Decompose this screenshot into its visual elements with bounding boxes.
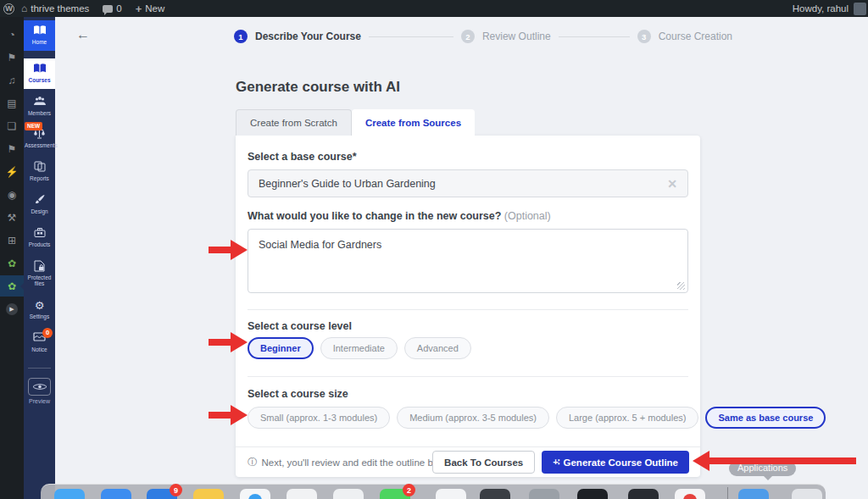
white-app-icon[interactable] [287, 489, 317, 499]
book-icon [25, 25, 54, 37]
user-avatar[interactable] [854, 3, 866, 15]
tools-icon[interactable]: ⚒ [0, 207, 24, 228]
tab-create-from-sources[interactable]: Create from Sources [352, 109, 475, 136]
terminal-app-icon[interactable] [480, 489, 510, 499]
size-option-same-as-base[interactable]: Same as base course [705, 407, 826, 429]
plus-icon: + [136, 3, 142, 15]
dashboard-icon[interactable]: ◔ [0, 24, 24, 45]
home-icon: ⌂ [21, 3, 27, 14]
site-name-menu[interactable]: ⌂ thrive themes [14, 0, 96, 17]
sidebar-item-settings[interactable]: ⚙Settings [24, 295, 55, 325]
notification-badge: 9 [170, 484, 182, 496]
comments-menu[interactable]: 0 [96, 0, 128, 17]
plugin-icon[interactable]: ⚡ [0, 161, 24, 182]
wp-admin-bar: W ⌂ thrive themes 0 + New Howdy, rahul [0, 0, 868, 17]
level-option-advanced[interactable]: Advanced [404, 337, 471, 359]
dock-divider [727, 487, 728, 499]
base-course-input[interactable]: Beginner's Guide to Urban Gardening ✕ [248, 169, 688, 197]
media-icon[interactable]: ♫ [0, 69, 24, 91]
eye-icon [28, 378, 51, 396]
tab-create-from-scratch[interactable]: Create from Scratch [236, 109, 352, 136]
notification-badge: 2 [403, 484, 415, 496]
users-icon[interactable]: ◉ [0, 184, 24, 205]
new-content-menu[interactable]: + New [129, 0, 172, 17]
sidebar-item-preview[interactable]: Preview [24, 378, 55, 404]
pin-icon[interactable]: ⚑ [0, 47, 24, 68]
folder-icon[interactable] [792, 489, 822, 499]
mail-app-icon[interactable]: 9 [147, 489, 177, 499]
thrive-sidebar: HomeCoursesMembersNEWAssessmentsReportsD… [24, 17, 55, 499]
book-icon [25, 63, 54, 75]
thrive-leaf-icon[interactable]: ✿ [0, 252, 24, 274]
sidebar-item-members[interactable]: Members [24, 91, 55, 122]
whatsapp-app-icon[interactable]: 2 [380, 489, 410, 499]
resize-handle[interactable] [677, 282, 685, 290]
info-icon: ⓘ [248, 456, 258, 469]
notes-app-icon[interactable] [193, 489, 224, 499]
course-form-card: Select a base course* Beginner's Guide t… [236, 136, 700, 477]
sidebar-item-design[interactable]: Design [24, 190, 55, 220]
level-option-beginner[interactable]: Beginner [248, 337, 314, 359]
comments-icon[interactable]: ❏ [0, 115, 24, 136]
footer-divider [236, 446, 700, 447]
new-label: New [145, 3, 164, 14]
pages-icon[interactable]: ▤ [0, 92, 24, 114]
comment-count: 0 [116, 3, 121, 14]
back-arrow-icon[interactable]: ← [76, 27, 90, 42]
sidebar-item-label: Members [28, 110, 51, 116]
white-app-icon[interactable] [333, 489, 364, 499]
generate-course-outline-button[interactable]: +∶ Generate Course Outline [542, 451, 689, 474]
white-app-icon[interactable] [436, 489, 466, 499]
wp-admin-rail: ◔⚑♫▤❏⚑⚡◉⚒⊞✿✿▶ [0, 17, 24, 499]
annotation-arrow-level [209, 332, 248, 352]
sidebar-divider [28, 368, 51, 369]
sidebar-item-home[interactable]: Home [24, 20, 55, 51]
step-1-label: Describe Your Course [255, 30, 361, 42]
tab-bar: Create from Scratch Create from Sources [236, 109, 475, 136]
step-2-circle: 2 [461, 30, 475, 43]
blue-app-icon[interactable] [101, 489, 131, 499]
gray-app-icon[interactable] [529, 489, 559, 499]
reports-icon [25, 161, 54, 174]
sidebar-item-protected-files[interactable]: Protected files [24, 256, 55, 293]
size-option-small[interactable]: Small (approx. 1-3 modules) [248, 407, 390, 429]
size-option-medium[interactable]: Medium (approx. 3-5 modules) [397, 407, 549, 429]
step-2-label: Review Outline [482, 30, 551, 42]
section-divider [248, 376, 688, 377]
change-textarea[interactable]: Social Media for Gardners [248, 229, 688, 293]
course-size-options: Small (approx. 1-3 modules) Medium (appr… [248, 407, 826, 429]
size-option-large[interactable]: Large (approx. 5 + modules) [556, 407, 699, 429]
course-level-options: Beginner Intermediate Advanced [248, 337, 471, 359]
sidebar-item-label: Notice [31, 347, 47, 352]
sidebar-item-label: Courses [28, 77, 50, 83]
black-app-icon[interactable] [577, 489, 608, 499]
level-option-intermediate[interactable]: Intermediate [320, 337, 398, 359]
sidebar-item-courses[interactable]: Courses [24, 58, 55, 89]
annotation-arrow-size [209, 405, 248, 425]
sidebar-item-products[interactable]: Products [24, 223, 55, 253]
sidebar-item-label: Preview [29, 398, 50, 404]
pin-icon[interactable]: ⚑ [0, 138, 24, 159]
clear-selection-icon[interactable]: ✕ [667, 177, 677, 191]
applications-folder-icon[interactable] [738, 489, 769, 499]
messages-app-icon[interactable] [54, 489, 85, 499]
black-app-icon[interactable] [628, 489, 659, 499]
wizard-stepper: 1 Describe Your Course 2 Review Outline … [234, 30, 732, 43]
course-level-label: Select a course level [248, 320, 352, 332]
sidebar-item-label: Assessments [25, 142, 58, 148]
sidebar-item-reports[interactable]: Reports [24, 157, 55, 187]
record-app-icon[interactable] [675, 489, 705, 499]
change-value: Social Media for Gardners [259, 239, 381, 251]
wordpress-logo-icon[interactable]: W [3, 3, 14, 14]
new-badge: NEW [25, 122, 42, 130]
sidebar-item-assessments[interactable]: NEWAssessments [24, 124, 55, 154]
settings-panel-icon[interactable]: ⊞ [0, 230, 24, 251]
sidebar-item-notice[interactable]: 0Notice [24, 328, 55, 358]
play-icon[interactable]: ▶ [0, 298, 24, 319]
thrive-leaf-active-icon[interactable]: ✿ [0, 275, 24, 297]
step-connector [369, 36, 453, 37]
howdy-user[interactable]: Howdy, rahul [793, 3, 849, 14]
sidebar-item-label: Home [32, 39, 47, 45]
back-to-courses-button[interactable]: Back To Courses [432, 451, 535, 474]
safari-app-icon[interactable] [240, 489, 270, 499]
